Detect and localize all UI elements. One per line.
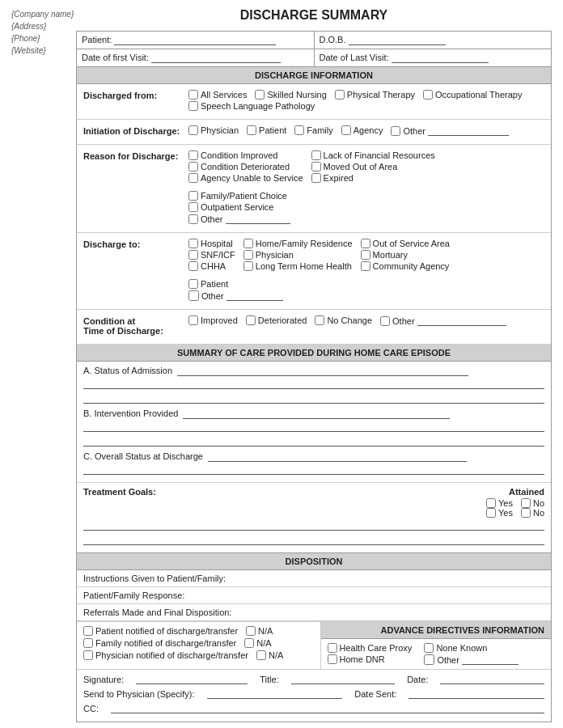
yes1-item[interactable]: Yes bbox=[486, 498, 513, 508]
dob-input[interactable] bbox=[349, 35, 446, 45]
long-term-item[interactable]: Long Term Home Health bbox=[243, 261, 353, 271]
physical-therapy-item[interactable]: Physical Therapy bbox=[335, 90, 415, 99]
community-agency-checkbox[interactable] bbox=[361, 261, 370, 271]
other-cond-checkbox[interactable] bbox=[380, 316, 390, 326]
condition-improved-checkbox[interactable] bbox=[188, 150, 198, 160]
skilled-nursing-checkbox[interactable] bbox=[255, 90, 265, 99]
other-initiation-input[interactable] bbox=[428, 125, 509, 136]
hospital-item[interactable]: Hospital bbox=[188, 239, 235, 248]
home-family-item[interactable]: Home/Family Residence bbox=[243, 239, 353, 248]
other-initiation-item[interactable]: Other bbox=[391, 125, 509, 136]
out-of-service-checkbox[interactable] bbox=[361, 239, 370, 248]
other-advance-input[interactable] bbox=[462, 654, 519, 665]
community-agency-item[interactable]: Community Agency bbox=[361, 261, 450, 271]
outpatient-service-item[interactable]: Outpatient Service bbox=[188, 202, 290, 212]
mortuary-checkbox[interactable] bbox=[361, 250, 370, 260]
occupational-therapy-checkbox[interactable] bbox=[423, 90, 433, 99]
patient-discharge-item[interactable]: Patient bbox=[188, 279, 283, 289]
patient-checkbox[interactable] bbox=[247, 125, 256, 135]
out-of-service-item[interactable]: Out of Service Area bbox=[361, 239, 450, 248]
health-care-proxy-checkbox[interactable] bbox=[328, 643, 337, 653]
deteriorated-cond-checkbox[interactable] bbox=[246, 315, 256, 325]
family-checkbox[interactable] bbox=[294, 125, 304, 135]
none-known-checkbox[interactable] bbox=[424, 643, 434, 653]
family-item[interactable]: Family bbox=[294, 125, 332, 135]
deteriorated-cond-item[interactable]: Deteriorated bbox=[246, 315, 307, 325]
home-family-checkbox[interactable] bbox=[243, 239, 253, 248]
other-initiation-checkbox[interactable] bbox=[391, 126, 400, 136]
patient-discharge-checkbox[interactable] bbox=[188, 279, 198, 289]
agency-unable-checkbox[interactable] bbox=[188, 173, 198, 183]
family-notified-checkbox[interactable] bbox=[83, 638, 93, 648]
first-visit-input[interactable] bbox=[151, 53, 281, 63]
family-patient-choice-item[interactable]: Family/Patient Choice bbox=[188, 191, 290, 201]
agency-unable-item[interactable]: Agency Unable to Service bbox=[188, 173, 303, 183]
no-change-item[interactable]: No Change bbox=[315, 315, 372, 325]
physician-discharge-item[interactable]: Physician bbox=[243, 250, 353, 260]
na2-item[interactable]: N/A bbox=[244, 638, 271, 648]
snf-checkbox[interactable] bbox=[188, 250, 198, 260]
expired-checkbox[interactable] bbox=[311, 173, 321, 183]
na1-checkbox[interactable] bbox=[246, 626, 256, 636]
expired-item[interactable]: Expired bbox=[311, 173, 435, 183]
snf-item[interactable]: SNF/ICF bbox=[188, 250, 235, 260]
chha-checkbox[interactable] bbox=[188, 261, 198, 271]
other-discharge-checkbox[interactable] bbox=[188, 290, 199, 301]
condition-improved-item[interactable]: Condition Improved bbox=[188, 150, 303, 160]
no2-checkbox[interactable] bbox=[521, 508, 531, 518]
physician-checkbox[interactable] bbox=[188, 125, 198, 135]
date-input[interactable] bbox=[440, 674, 544, 684]
all-services-checkbox[interactable] bbox=[188, 90, 198, 99]
patient-notified-item[interactable]: Patient notified of discharge/transfer bbox=[83, 626, 238, 636]
physician-item[interactable]: Physician bbox=[188, 125, 239, 135]
home-dnr-checkbox[interactable] bbox=[328, 654, 337, 664]
title-input[interactable] bbox=[291, 674, 396, 684]
patient-input[interactable] bbox=[114, 35, 276, 45]
no-change-checkbox[interactable] bbox=[315, 315, 324, 325]
long-term-checkbox[interactable] bbox=[243, 261, 253, 271]
condition-deteriorated-checkbox[interactable] bbox=[188, 162, 198, 171]
tg-line1[interactable] bbox=[83, 519, 544, 531]
send-input[interactable] bbox=[207, 688, 343, 699]
improved-checkbox[interactable] bbox=[188, 315, 198, 325]
overall-line1[interactable] bbox=[83, 463, 544, 475]
overall-status-input[interactable] bbox=[208, 451, 467, 462]
occupational-therapy-item[interactable]: Occupational Therapy bbox=[423, 90, 522, 99]
physician-notified-checkbox[interactable] bbox=[83, 650, 93, 660]
na1-item[interactable]: N/A bbox=[246, 626, 273, 636]
status-line1[interactable] bbox=[83, 378, 544, 389]
sig-input[interactable] bbox=[136, 674, 248, 684]
na3-checkbox[interactable] bbox=[256, 650, 266, 660]
speech-lang-item[interactable]: Speech Language Pathology bbox=[188, 101, 315, 111]
moved-out-item[interactable]: Moved Out of Area bbox=[311, 162, 435, 171]
speech-lang-checkbox[interactable] bbox=[188, 101, 198, 111]
intervention-line2[interactable] bbox=[83, 435, 544, 447]
tg-line2[interactable] bbox=[83, 534, 544, 545]
na2-checkbox[interactable] bbox=[244, 638, 254, 648]
family-patient-choice-checkbox[interactable] bbox=[188, 191, 198, 201]
physician-notified-item[interactable]: Physician notified of discharge/transfer bbox=[83, 650, 248, 660]
mortuary-item[interactable]: Mortuary bbox=[361, 250, 450, 260]
yes2-checkbox[interactable] bbox=[486, 508, 496, 518]
lack-financial-item[interactable]: Lack of Financial Resources bbox=[311, 150, 435, 160]
skilled-nursing-item[interactable]: Skilled Nursing bbox=[255, 90, 326, 99]
patient-item[interactable]: Patient bbox=[247, 125, 286, 135]
moved-out-checkbox[interactable] bbox=[311, 162, 321, 171]
outpatient-service-checkbox[interactable] bbox=[188, 202, 198, 212]
no2-item[interactable]: No bbox=[521, 508, 544, 518]
agency-checkbox[interactable] bbox=[341, 125, 351, 135]
family-notified-item[interactable]: Family notified of discharge/transfer bbox=[83, 638, 236, 648]
other-reason-checkbox[interactable] bbox=[188, 214, 198, 224]
patient-notified-checkbox[interactable] bbox=[83, 626, 93, 636]
condition-deteriorated-item[interactable]: Condition Deteriorated bbox=[188, 162, 303, 171]
chha-item[interactable]: CHHA bbox=[188, 261, 235, 271]
other-discharge-input[interactable] bbox=[226, 290, 283, 301]
home-dnr-item[interactable]: Home DNR bbox=[328, 654, 413, 664]
hospital-checkbox[interactable] bbox=[188, 239, 198, 248]
intervention-input[interactable] bbox=[183, 408, 450, 419]
none-known-item[interactable]: None Known bbox=[424, 643, 519, 653]
cc-input[interactable] bbox=[111, 703, 544, 713]
no1-checkbox[interactable] bbox=[521, 498, 531, 508]
last-visit-input[interactable] bbox=[392, 53, 489, 63]
health-care-proxy-item[interactable]: Health Care Proxy bbox=[328, 643, 413, 653]
